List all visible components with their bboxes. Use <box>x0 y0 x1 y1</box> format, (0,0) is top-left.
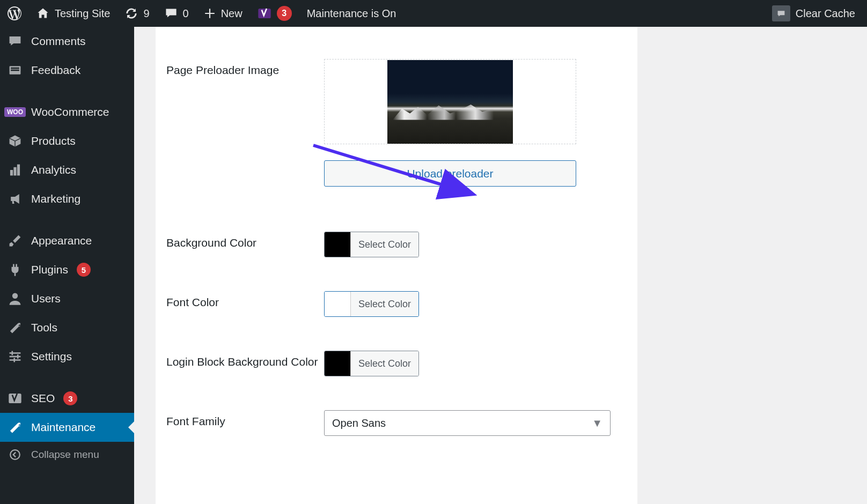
svg-rect-6 <box>17 165 20 176</box>
svg-rect-3 <box>11 70 19 71</box>
svg-point-8 <box>12 293 18 299</box>
preloader-image-thumbnail <box>387 60 513 144</box>
yoast-icon <box>258 6 271 20</box>
clear-cache-label: Clear Cache <box>796 8 855 20</box>
sidebar-item-maintenance[interactable]: Maintenance <box>0 413 134 442</box>
select-color-button[interactable]: Select Color <box>350 232 418 257</box>
home-icon <box>36 7 49 20</box>
sidebar-item-label: Marketing <box>31 192 80 205</box>
site-name-label: Testing Site <box>55 8 110 20</box>
select-color-button[interactable]: Select Color <box>350 351 418 376</box>
font-color-label: Font Color <box>166 291 324 310</box>
font-family-label: Font Family <box>166 410 324 429</box>
font-color-picker[interactable]: Select Color <box>324 291 419 317</box>
sidebar-item-settings[interactable]: Settings <box>0 342 134 371</box>
site-name-link[interactable]: Testing Site <box>29 0 117 27</box>
cache-icon <box>772 5 790 21</box>
comment-icon <box>165 7 178 20</box>
login-bg-color-picker[interactable]: Select Color <box>324 351 419 376</box>
brush-icon <box>8 233 23 248</box>
sidebar-item-seo[interactable]: SEO 3 <box>0 384 134 413</box>
comments-link[interactable]: 0 <box>157 0 196 27</box>
plugins-badge: 5 <box>77 263 91 277</box>
sidebar-item-label: Feedback <box>31 64 80 77</box>
update-icon <box>125 7 138 20</box>
clear-cache-button[interactable]: Clear Cache <box>765 0 863 27</box>
select-color-button[interactable]: Select Color <box>350 292 418 316</box>
sidebar-item-comments[interactable]: Comments <box>0 27 134 56</box>
font-family-value: Open Sans <box>332 417 386 429</box>
svg-point-16 <box>10 450 20 459</box>
upload-preloader-button[interactable]: Upload preloader <box>324 160 576 187</box>
sidebar-item-label: WooCommerce <box>31 106 109 118</box>
sidebar-item-label: Products <box>31 135 76 147</box>
sidebar-item-label: Tools <box>31 321 57 334</box>
updates-count: 9 <box>143 8 149 20</box>
background-color-picker[interactable]: Select Color <box>324 232 419 257</box>
svg-rect-10 <box>10 356 21 358</box>
sidebar-item-marketing[interactable]: Marketing <box>0 184 134 213</box>
maintenance-status-link[interactable]: Maintenance is On <box>299 0 404 27</box>
sidebar-item-label: Maintenance <box>31 421 95 434</box>
updates-link[interactable]: 9 <box>117 0 157 27</box>
yoast-icon <box>8 391 23 406</box>
analytics-icon <box>8 162 23 177</box>
preloader-image-label: Page Preloader Image <box>166 59 324 78</box>
sidebar-item-plugins[interactable]: Plugins 5 <box>0 255 134 284</box>
woo-badge: WOO <box>4 107 26 117</box>
svg-rect-12 <box>12 351 13 355</box>
comment-icon <box>8 34 23 49</box>
new-content-link[interactable]: New <box>196 0 250 27</box>
megaphone-icon <box>8 191 23 206</box>
sidebar-item-label: Analytics <box>31 164 76 176</box>
svg-rect-4 <box>10 170 13 175</box>
admin-top-bar: Testing Site 9 0 New 3 Maintenance is On… <box>0 0 867 27</box>
content-area: Page Preloader Image Upload preloader Ba… <box>134 27 867 504</box>
background-color-label: Background Color <box>166 232 324 250</box>
maintenance-label: Maintenance is On <box>307 8 396 20</box>
woocommerce-icon: WOO <box>8 105 23 120</box>
sidebar-item-appearance[interactable]: Appearance <box>0 226 134 255</box>
sidebar-item-users[interactable]: Users <box>0 284 134 313</box>
user-icon <box>8 291 23 306</box>
font-color-swatch <box>325 292 350 316</box>
plug-icon <box>8 262 23 277</box>
sidebar-item-tools[interactable]: Tools <box>0 313 134 342</box>
yoast-link[interactable]: 3 <box>250 0 299 27</box>
sidebar-item-analytics[interactable]: Analytics <box>0 155 134 184</box>
svg-rect-2 <box>11 68 19 69</box>
new-label: New <box>221 8 243 20</box>
caret-down-icon: ▼ <box>592 417 603 429</box>
wp-logo[interactable] <box>0 0 29 27</box>
admin-sidebar: Comments Feedback WOO WooCommerce Produc… <box>0 27 134 504</box>
sliders-icon <box>8 349 23 364</box>
login-block-bg-label: Login Block Background Color <box>166 351 324 369</box>
svg-rect-7 <box>14 273 16 276</box>
feedback-icon <box>8 63 23 78</box>
preloader-preview <box>324 59 576 144</box>
yoast-badge: 3 <box>277 6 292 21</box>
sidebar-item-label: Comments <box>31 35 86 48</box>
sidebar-item-feedback[interactable]: Feedback <box>0 56 134 85</box>
products-icon <box>8 134 23 149</box>
collapse-menu-button[interactable]: Collapse menu <box>0 442 134 468</box>
svg-rect-14 <box>13 358 15 362</box>
wordpress-icon <box>8 6 21 20</box>
sidebar-item-label: Users <box>31 292 61 305</box>
plus-icon <box>204 8 216 19</box>
collapse-icon <box>8 447 23 462</box>
login-bg-color-swatch <box>325 351 350 376</box>
sidebar-item-label: Settings <box>31 350 72 363</box>
sidebar-item-label: Plugins <box>31 263 68 276</box>
cog-wrench-icon <box>8 420 23 435</box>
sidebar-item-woocommerce[interactable]: WOO WooCommerce <box>0 98 134 127</box>
font-family-select[interactable]: Open Sans ▼ <box>324 410 611 436</box>
seo-badge: 3 <box>63 391 77 405</box>
settings-panel: Page Preloader Image Upload preloader Ba… <box>156 27 637 504</box>
svg-rect-9 <box>10 352 21 354</box>
comments-count: 0 <box>183 8 189 20</box>
background-color-swatch <box>325 232 350 257</box>
sidebar-item-products[interactable]: Products <box>0 127 134 155</box>
svg-rect-13 <box>17 354 19 359</box>
sidebar-item-label: SEO <box>31 392 55 405</box>
